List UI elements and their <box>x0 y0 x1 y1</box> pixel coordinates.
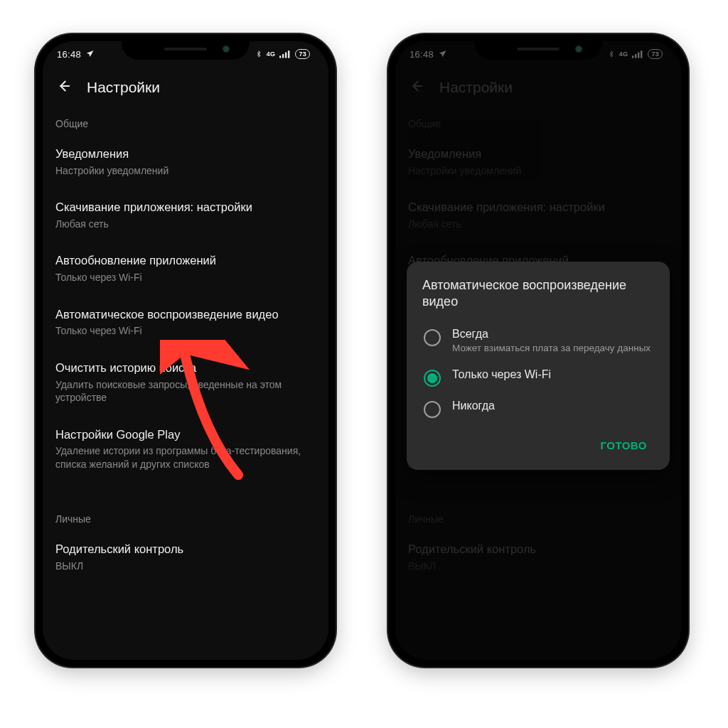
item-sub: Только через Wi-Fi <box>55 271 316 284</box>
item-sub: Любая сеть <box>55 218 316 230</box>
item-sub: Удаление истории из программы бета-тести… <box>55 444 316 471</box>
done-button[interactable]: ГОТОВО <box>594 432 653 459</box>
item-sub: Только через Wi-Fi <box>55 324 316 337</box>
app-bar: Настройки <box>43 67 328 105</box>
option-hint: Может взиматься плата за передачу данных <box>452 342 651 355</box>
autoplay-dialog: Автоматическое воспроизведение видео Все… <box>407 262 670 470</box>
item-title: Уведомления <box>55 146 316 162</box>
item-sub: Удалить поисковые запросы, введенные на … <box>55 378 316 405</box>
item-sub: ВЫКЛ <box>55 560 316 572</box>
svg-rect-3 <box>288 50 289 58</box>
bluetooth-icon <box>255 49 262 59</box>
front-camera <box>223 46 230 53</box>
option-label: Никогда <box>452 400 495 412</box>
item-title: Автообновление приложений <box>55 253 316 269</box>
item-clear-search-history[interactable]: Очистить историю поиска Удалить поисковы… <box>55 349 316 416</box>
speaker-grill <box>164 48 207 50</box>
dialog-title: Автоматическое воспроизведение видео <box>422 277 654 311</box>
phone-frame-left: 16:48 4G 73 Настройки <box>36 34 336 667</box>
radio-icon <box>424 370 441 387</box>
back-icon[interactable] <box>55 78 71 97</box>
item-title: Родительский контроль <box>55 542 316 557</box>
item-autoplay-video[interactable]: Автоматическое воспроизведение видео Тол… <box>55 296 316 349</box>
option-label: Только через Wi-Fi <box>452 368 551 381</box>
item-sub: Настройки уведомлений <box>55 164 316 177</box>
screen-left: 16:48 4G 73 Настройки <box>43 41 328 660</box>
screen-right: 16:48 4G 73 Настройки <box>395 41 681 660</box>
item-title: Автоматическое воспроизведение видео <box>55 307 316 323</box>
option-wifi-only[interactable]: Только через Wi-Fi <box>422 361 654 392</box>
item-title: Скачивание приложения: настройки <box>55 200 316 215</box>
network-type: 4G <box>267 50 276 58</box>
page-title: Настройки <box>87 79 160 96</box>
telegram-icon <box>85 49 95 59</box>
item-title: Очистить историю поиска <box>55 360 316 376</box>
radio-icon <box>424 401 441 418</box>
front-camera <box>575 46 582 53</box>
option-always[interactable]: Всегда Может взиматься плата за передачу… <box>422 321 654 362</box>
section-personal: Личные <box>55 500 316 530</box>
svg-rect-1 <box>282 54 284 58</box>
display-notch <box>474 41 602 60</box>
section-general: Общие <box>55 105 316 135</box>
battery-percent: 73 <box>299 50 306 58</box>
item-download-prefs[interactable]: Скачивание приложения: настройки Любая с… <box>55 188 316 242</box>
option-label: Всегда <box>452 328 651 341</box>
item-notifications[interactable]: Уведомления Настройки уведомлений <box>55 135 316 188</box>
item-autoupdate[interactable]: Автообновление приложений Только через W… <box>55 242 316 295</box>
battery-indicator: 73 <box>295 49 310 59</box>
signal-icon <box>279 50 291 58</box>
settings-list[interactable]: Общие Уведомления Настройки уведомлений … <box>43 105 328 599</box>
item-title: Настройки Google Play <box>55 427 316 443</box>
speaker-grill <box>517 48 560 50</box>
option-never[interactable]: Никогда <box>422 392 654 424</box>
svg-rect-2 <box>285 53 287 58</box>
phone-frame-right: 16:48 4G 73 Настройки <box>388 34 688 667</box>
radio-icon <box>424 329 441 346</box>
item-parental-controls[interactable]: Родительский контроль ВЫКЛ <box>55 530 316 584</box>
item-play-settings[interactable]: Настройки Google Play Удаление истории и… <box>55 416 316 483</box>
clock: 16:48 <box>57 49 81 60</box>
display-notch <box>122 41 250 60</box>
svg-rect-0 <box>279 55 281 58</box>
